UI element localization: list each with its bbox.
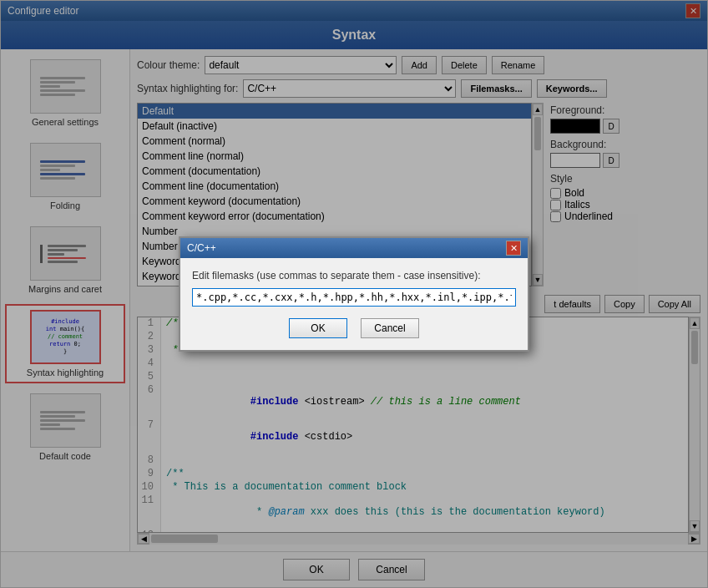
dialog-title-bar: C/C++ ✕ [180,238,528,258]
dialog-close-button[interactable]: ✕ [506,241,521,256]
filemasks-dialog: C/C++ ✕ Edit filemasks (use commas to se… [179,236,529,352]
filemasks-input[interactable] [192,288,516,307]
dialog-description: Edit filemasks (use commas to separate t… [192,270,516,281]
main-window: Configure editor ✕ Syntax General [0,0,708,588]
dialog-ok-button[interactable]: OK [289,318,347,338]
dialog-buttons: OK Cancel [192,318,516,338]
dialog-title: C/C++ [187,242,216,254]
dialog-body: Edit filemasks (use commas to separate t… [180,258,528,350]
dialog-cancel-button[interactable]: Cancel [361,318,419,338]
dialog-overlay: C/C++ ✕ Edit filemasks (use commas to se… [1,1,707,587]
